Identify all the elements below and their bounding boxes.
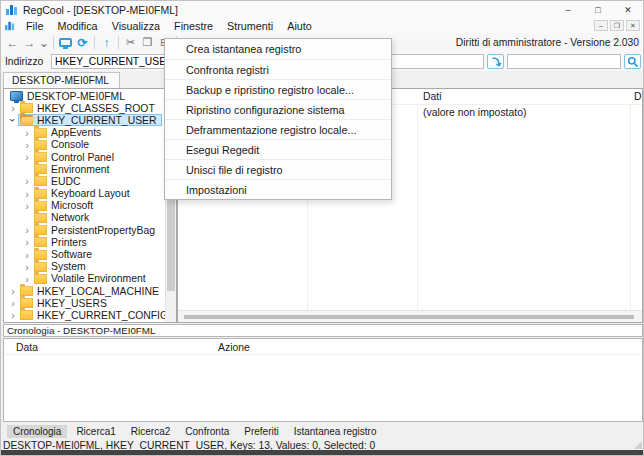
go-up-button[interactable]: ↑ bbox=[98, 34, 115, 51]
mdi-restore-icon[interactable]: ❐ bbox=[610, 20, 624, 31]
document-tab[interactable]: DESKTOP-MEI0FML bbox=[3, 72, 120, 88]
expander-icon[interactable] bbox=[22, 249, 32, 261]
strumenti-menu-popup: Crea istantanea registroConfronta regist… bbox=[164, 38, 392, 200]
expander-icon[interactable] bbox=[8, 309, 18, 321]
history-table: Data Azione bbox=[3, 338, 643, 422]
expander-icon[interactable] bbox=[22, 224, 32, 236]
expander-icon[interactable] bbox=[22, 127, 32, 139]
expander-icon[interactable] bbox=[22, 139, 32, 151]
expander-icon[interactable] bbox=[8, 102, 18, 114]
window-bottom-edge bbox=[1, 450, 643, 455]
column-header-data[interactable]: Data bbox=[16, 342, 38, 353]
expander-icon[interactable] bbox=[22, 175, 32, 187]
menubar-item[interactable]: File bbox=[19, 19, 50, 33]
expander-icon[interactable] bbox=[22, 236, 32, 248]
forward-button[interactable]: → bbox=[21, 34, 38, 51]
search-button[interactable] bbox=[624, 54, 641, 69]
tree-item[interactable]: Environment bbox=[4, 163, 164, 175]
tree-item[interactable]: Control Panel bbox=[4, 151, 164, 163]
expander-icon[interactable] bbox=[22, 151, 32, 163]
toolbar-separator bbox=[118, 36, 119, 49]
history-header-row: Data Azione bbox=[4, 339, 642, 355]
quick-search-input[interactable] bbox=[507, 54, 621, 69]
menubar-item[interactable]: Modifica bbox=[50, 19, 104, 33]
close-icon[interactable]: ✕ bbox=[613, 1, 643, 19]
values-horizontal-scrollbar[interactable] bbox=[178, 310, 642, 322]
bottom-tab[interactable]: Cronologia bbox=[7, 425, 67, 438]
menu-item[interactable]: Ripristino configurazione sistema bbox=[165, 99, 391, 119]
tree-item[interactable]: Printers bbox=[4, 236, 164, 248]
connect-computer-button[interactable] bbox=[57, 34, 74, 51]
tree-item[interactable]: HKEY_LOCAL_MACHINE bbox=[4, 285, 164, 297]
menubar-item[interactable]: Aiuto bbox=[280, 19, 319, 33]
back-button[interactable]: ← bbox=[4, 34, 21, 51]
tree-item-icon bbox=[34, 274, 47, 284]
goto-address-button[interactable] bbox=[487, 54, 504, 69]
expander-icon[interactable] bbox=[7, 115, 19, 125]
column-header-dimensione[interactable]: Di bbox=[634, 91, 643, 102]
tree-item[interactable]: Software bbox=[4, 248, 164, 260]
bottom-tab[interactable]: Confronta bbox=[179, 425, 235, 438]
column-header-azione[interactable]: Azione bbox=[218, 342, 250, 353]
menubar-item[interactable]: Finestre bbox=[167, 19, 220, 33]
expander-icon[interactable] bbox=[22, 273, 32, 285]
menu-item[interactable]: Unisci file di registro bbox=[165, 159, 391, 179]
menu-item[interactable]: Deframmentazione registro locale... bbox=[165, 119, 391, 139]
tree-item-icon bbox=[34, 262, 47, 272]
tree-item[interactable]: DESKTOP-MEI0FML bbox=[4, 90, 164, 102]
menu-item[interactable]: Confronta registri bbox=[165, 59, 391, 79]
menubar-item[interactable]: Visualizza bbox=[105, 19, 167, 33]
menu-bar: FileModificaVisualizzaFinestreStrumentiA… bbox=[1, 19, 643, 33]
tree-item-icon bbox=[34, 225, 47, 235]
bottom-tab[interactable]: Ricerca2 bbox=[125, 425, 176, 438]
expander-icon[interactable] bbox=[8, 285, 18, 297]
menu-item[interactable]: Backup e ripristino registro locale... bbox=[165, 79, 391, 99]
tree-item-label: AppEvents bbox=[51, 127, 101, 138]
minimize-icon[interactable]: – bbox=[553, 1, 583, 19]
cut-button[interactable]: ✂ bbox=[122, 34, 139, 51]
goto-arrow-icon bbox=[490, 56, 502, 68]
tree-item[interactable]: HKEY_CLASSES_ROOT bbox=[4, 102, 164, 114]
tree-item[interactable]: EUDC bbox=[4, 175, 164, 187]
refresh-button[interactable]: ⟳ bbox=[74, 34, 91, 51]
forward-icon: → bbox=[24, 36, 36, 50]
menu-item[interactable]: Crea istantanea registro bbox=[165, 39, 391, 59]
tree-item-icon bbox=[34, 189, 47, 199]
tree-item[interactable]: PersistentPropertyBag bbox=[4, 224, 164, 236]
mdi-close-icon[interactable]: ✕ bbox=[626, 20, 640, 31]
tree-item[interactable]: Volatile Environment bbox=[4, 273, 164, 285]
menu-item[interactable]: Impostazioni bbox=[165, 179, 391, 199]
value-row-dati-cell[interactable]: (valore non impostato) bbox=[423, 107, 526, 118]
cut-icon: ✂ bbox=[126, 36, 135, 49]
tree-item[interactable]: HKEY_USERS bbox=[4, 297, 164, 309]
tree-item[interactable]: Network bbox=[4, 212, 164, 224]
expander-icon[interactable] bbox=[22, 261, 32, 273]
tree-item[interactable]: Microsoft bbox=[4, 200, 164, 212]
tree-item[interactable]: Console bbox=[4, 139, 164, 151]
up-arrow-icon: ↑ bbox=[104, 36, 110, 50]
tree-item[interactable]: HKEY_CURRENT_USER bbox=[4, 114, 164, 126]
menubar-item[interactable]: Strumenti bbox=[220, 19, 280, 33]
tree-item[interactable]: AppEvents bbox=[4, 127, 164, 139]
tree-item[interactable]: Keyboard Layout bbox=[4, 188, 164, 200]
bottom-tab[interactable]: Preferiti bbox=[238, 425, 284, 438]
tree-item-label: EUDC bbox=[51, 176, 80, 187]
bottom-tab[interactable]: Ricerca1 bbox=[70, 425, 121, 438]
tree-item[interactable]: System bbox=[4, 261, 164, 273]
tree-item-icon bbox=[20, 103, 33, 113]
expander-icon[interactable] bbox=[22, 200, 32, 212]
expander-icon[interactable] bbox=[22, 188, 32, 200]
maximize-icon[interactable]: □ bbox=[583, 1, 613, 19]
history-dropdown-button[interactable]: ⌄ bbox=[38, 34, 50, 51]
column-header-dati[interactable]: Dati bbox=[423, 91, 441, 102]
copy-button[interactable]: ❐ bbox=[139, 34, 156, 51]
expander-icon[interactable] bbox=[8, 297, 18, 309]
menu-item[interactable]: Esegui Regedit bbox=[165, 139, 391, 159]
bottom-tab[interactable]: Istantanea registro bbox=[288, 425, 383, 438]
values-scrollbar-thumb[interactable] bbox=[184, 315, 634, 319]
tree-item[interactable]: HKEY_CURRENT_CONFIG bbox=[4, 309, 164, 321]
tree-item-label: HKEY_LOCAL_MACHINE bbox=[37, 286, 159, 297]
mdi-minimize-icon[interactable]: – bbox=[594, 20, 608, 31]
tree-item-label: PersistentPropertyBag bbox=[51, 225, 155, 236]
tree-item-icon bbox=[20, 286, 33, 296]
